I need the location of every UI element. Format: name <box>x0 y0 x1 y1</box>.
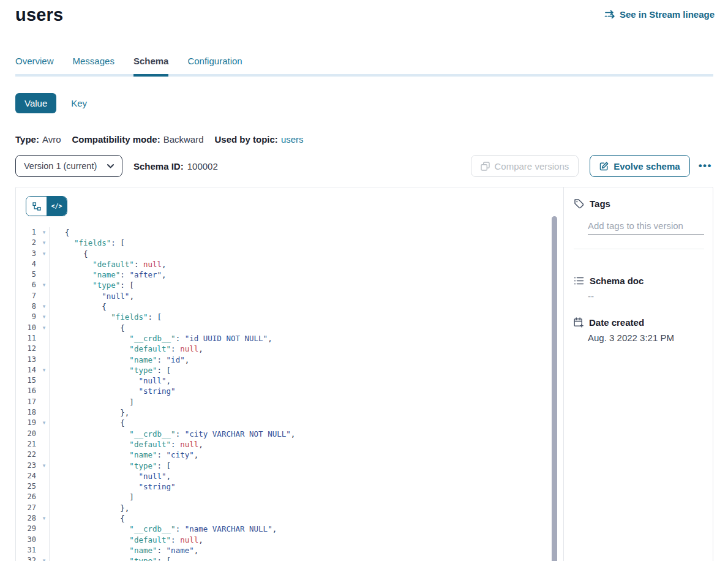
fold-toggle-icon[interactable]: ▾ <box>39 418 49 428</box>
code-line: 15 "null", <box>16 375 548 386</box>
code-text: "type": [ <box>49 365 548 375</box>
code-line: 31 "name": "name", <box>16 545 548 555</box>
fold-spacer <box>39 545 49 555</box>
evolve-schema-button[interactable]: Evolve schema <box>590 155 689 177</box>
tab-configuration[interactable]: Configuration <box>187 51 242 74</box>
tab-overview[interactable]: Overview <box>15 51 54 74</box>
date-created-title: Date created <box>589 317 644 328</box>
fold-spacer <box>39 397 49 407</box>
code-line: 27 }, <box>16 503 548 513</box>
tab-schema[interactable]: Schema <box>133 51 169 77</box>
line-number: 17 <box>16 397 39 407</box>
code-line: 10▾ { <box>16 323 548 333</box>
date-created-value: Aug. 3 2022 3:21 PM <box>588 333 674 343</box>
code-text: "string" <box>49 481 548 492</box>
line-number: 8 <box>16 301 39 312</box>
code-text: }, <box>49 503 548 513</box>
fold-spacer <box>39 439 49 450</box>
stream-lineage-link[interactable]: See in Stream lineage <box>604 9 715 20</box>
line-number: 16 <box>16 386 39 396</box>
fold-toggle-icon[interactable]: ▾ <box>39 238 49 248</box>
compare-versions-label: Compare versions <box>495 161 569 171</box>
line-number: 21 <box>16 439 39 450</box>
code-line: 30 "default": null, <box>16 535 548 545</box>
fold-spacer <box>39 535 49 545</box>
key-toggle-button[interactable]: Key <box>71 98 87 108</box>
line-number: 32 <box>16 555 39 561</box>
fold-toggle-icon[interactable]: ▾ <box>39 555 49 561</box>
line-number: 30 <box>16 535 39 545</box>
line-number: 6 <box>16 280 39 290</box>
code-line: 7 "null", <box>16 291 548 301</box>
line-number: 18 <box>16 407 39 418</box>
schema-doc-title: Schema doc <box>590 276 644 286</box>
code-line: 6▾ "type": [ <box>16 280 548 290</box>
line-number: 4 <box>16 259 39 269</box>
used-by-topic-label: Used by topic: <box>215 134 278 145</box>
fold-spacer <box>39 450 49 460</box>
fold-toggle-icon[interactable]: ▾ <box>39 365 49 375</box>
fold-spacer <box>39 333 49 344</box>
code-text: "name": "after", <box>49 269 548 280</box>
line-number: 23 <box>16 461 39 471</box>
fold-toggle-icon[interactable]: ▾ <box>39 227 49 238</box>
stream-lineage-label: See in Stream lineage <box>620 9 715 20</box>
edit-icon <box>599 162 609 171</box>
code-text: ] <box>49 397 548 407</box>
line-number: 10 <box>16 323 39 333</box>
topic-link[interactable]: users <box>281 134 304 145</box>
schema-meta-bar: Type: Avro Compatibility mode: Backward … <box>15 134 304 145</box>
fold-spacer <box>39 407 49 418</box>
view-mode-toggle: </> <box>26 196 67 216</box>
code-text: { <box>49 418 548 428</box>
tags-title: Tags <box>590 198 610 209</box>
code-text: "name": "id", <box>49 355 548 365</box>
version-select[interactable]: Version 1 (current) <box>15 155 122 177</box>
code-view-button[interactable]: </> <box>47 197 67 216</box>
code-text: "fields": [ <box>49 238 548 248</box>
list-icon <box>574 276 584 285</box>
fold-toggle-icon[interactable]: ▾ <box>39 461 49 471</box>
fold-toggle-icon[interactable]: ▾ <box>39 249 49 259</box>
code-text: "default": null, <box>49 535 548 545</box>
code-text: "type": [ <box>49 280 548 290</box>
schema-panel: </> 1▾{2▾ "fields": [3▾ {4 "default": nu… <box>15 187 713 561</box>
code-line: 5 "name": "after", <box>16 269 548 280</box>
code-text: "__crdb__": "id UUID NOT NULL", <box>49 333 548 344</box>
meta-type: Type: Avro <box>15 134 61 145</box>
code-view-icon: </> <box>51 203 62 209</box>
code-line: 14▾ "type": [ <box>16 365 548 375</box>
fold-toggle-icon[interactable]: ▾ <box>39 323 49 333</box>
code-text: "name": "city", <box>49 450 548 460</box>
line-number: 12 <box>16 344 39 354</box>
more-options-button[interactable]: ••• <box>699 160 712 172</box>
compare-versions-button[interactable]: Compare versions <box>471 155 579 177</box>
value-toggle-button[interactable]: Value <box>15 93 56 113</box>
tab-messages[interactable]: Messages <box>73 51 114 74</box>
code-text: { <box>49 227 548 238</box>
code-line: 28▾ { <box>16 513 548 524</box>
code-line: 4 "default": null, <box>16 259 548 269</box>
code-text: "null", <box>49 291 548 301</box>
tags-input[interactable] <box>588 219 704 235</box>
code-text: "type": [ <box>49 461 548 471</box>
code-text: "__crdb__": "city VARCHAR NOT NULL", <box>49 429 548 439</box>
line-number: 5 <box>16 269 39 280</box>
line-number: 9 <box>16 312 39 322</box>
code-text: "null", <box>49 471 548 481</box>
fold-toggle-icon[interactable]: ▾ <box>39 312 49 322</box>
code-text: "null", <box>49 375 548 386</box>
code-line: 22 "name": "city", <box>16 450 548 460</box>
code-line: 29 "__crdb__": "name VARCHAR NULL", <box>16 524 548 534</box>
fold-toggle-icon[interactable]: ▾ <box>39 301 49 312</box>
code-scrollbar[interactable] <box>552 216 557 561</box>
fold-toggle-icon[interactable]: ▾ <box>39 280 49 290</box>
schema-doc-section-header: Schema doc <box>574 276 644 286</box>
code-text: ] <box>49 492 548 502</box>
line-number: 31 <box>16 545 39 555</box>
code-line: 8▾ { <box>16 301 548 312</box>
tree-view-button[interactable] <box>26 197 47 216</box>
fold-toggle-icon[interactable]: ▾ <box>39 513 49 524</box>
tags-divider <box>574 249 704 249</box>
line-number: 14 <box>16 365 39 375</box>
